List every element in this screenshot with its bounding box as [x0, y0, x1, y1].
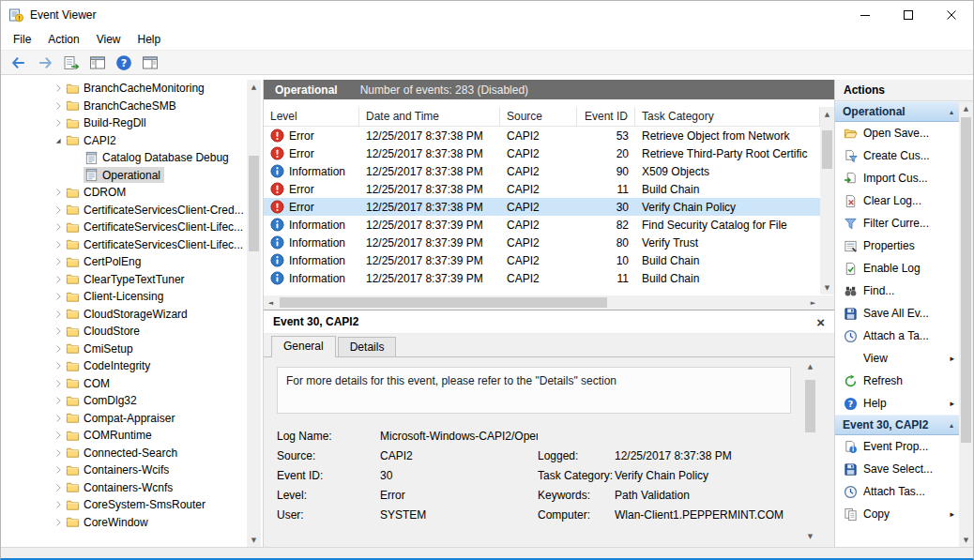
chevron-right-icon[interactable]	[52, 325, 65, 338]
action-view[interactable]: View▸	[835, 347, 959, 370]
tab-general[interactable]: General	[271, 336, 336, 357]
tree-item-compat-appraiser[interactable]: Compat-Appraiser	[1, 410, 245, 428]
chevron-right-icon[interactable]	[52, 446, 65, 460]
action-find[interactable]: Find...	[835, 280, 959, 302]
close-button[interactable]	[930, 1, 973, 29]
action-save-all-ev[interactable]: Save All Ev...	[835, 302, 959, 325]
column-header-event-id[interactable]: Event ID	[577, 107, 635, 126]
tree-item-codeintegrity[interactable]: CodeIntegrity	[1, 357, 245, 375]
menu-file[interactable]: File	[5, 30, 39, 49]
tree-item-capi2[interactable]: CAPI2	[1, 132, 245, 150]
action-properties[interactable]: Properties	[835, 235, 959, 257]
scroll-thumb[interactable]	[280, 297, 607, 308]
scroll-down-icon[interactable]: ▼	[820, 280, 834, 295]
tree-item-corewindow[interactable]: CoreWindow	[1, 514, 245, 532]
chevron-right-icon[interactable]	[52, 220, 65, 234]
chevron-right-icon[interactable]	[52, 516, 65, 529]
toolbar-export-list-button[interactable]	[59, 52, 83, 73]
chevron-down-icon[interactable]	[52, 134, 65, 147]
event-row-30[interactable]: Error12/25/2017 8:37:38 PMCAPI230Verify …	[264, 198, 820, 216]
action-copy[interactable]: Copy▸	[835, 503, 959, 525]
tree-item-containers-wcifs[interactable]: Containers-Wcifs	[1, 462, 245, 479]
column-header-date-and-time[interactable]: Date and Time	[359, 107, 500, 126]
scroll-thumb[interactable]	[961, 117, 971, 443]
event-row-53[interactable]: Error12/25/2017 8:37:38 PMCAPI253Retriev…	[264, 127, 820, 144]
actions-section-event-30-capi2[interactable]: Event 30, CAPI2▴	[835, 415, 959, 435]
tree-item-catalog-database-debug[interactable]: Catalog Database Debug	[1, 149, 245, 167]
scroll-track[interactable]	[278, 295, 806, 310]
scroll-down-icon[interactable]: ▼	[803, 529, 817, 543]
tree-item-build-regdll[interactable]: Build-RegDll	[1, 114, 245, 132]
chevron-right-icon[interactable]	[52, 308, 65, 321]
scroll-track[interactable]	[803, 373, 817, 529]
toolbar-action-pane-button[interactable]	[138, 52, 161, 73]
action-clear-log[interactable]: Clear Log...	[835, 189, 959, 212]
tree-item-branchcachesmb[interactable]: BranchCacheSMB	[1, 98, 245, 115]
action-enable-log[interactable]: Enable Log	[835, 257, 959, 280]
tree-item-client-licensing[interactable]: Client-Licensing	[1, 288, 245, 306]
tree-item-cloudstoragewizard[interactable]: CloudStorageWizard	[1, 306, 245, 324]
scroll-down-icon[interactable]: ▼	[247, 533, 261, 547]
chevron-right-icon[interactable]	[52, 394, 65, 407]
event-row-90[interactable]: Information12/25/2017 8:37:38 PMCAPI290X…	[264, 162, 820, 180]
event-row-82[interactable]: Information12/25/2017 8:37:39 PMCAPI282F…	[264, 216, 820, 234]
tree-item-coresystem-smsrouter[interactable]: CoreSystem-SmsRouter	[1, 496, 245, 514]
chevron-right-icon[interactable]	[52, 82, 65, 95]
event-row-10[interactable]: Information12/25/2017 8:37:39 PMCAPI210B…	[264, 251, 820, 269]
event-row-80[interactable]: Information12/25/2017 8:37:39 PMCAPI280V…	[264, 234, 820, 251]
toolbar-back-button[interactable]	[7, 52, 30, 73]
tree-item-comruntime[interactable]: COMRuntime	[1, 427, 245, 445]
action-attach-tas[interactable]: Attach Tas...	[835, 480, 959, 503]
scroll-up-icon[interactable]: ▲	[247, 80, 261, 94]
tree-item-cleartypetexttuner[interactable]: ClearTypeTextTuner	[1, 271, 245, 289]
maximize-button[interactable]	[887, 1, 930, 29]
chevron-right-icon[interactable]	[52, 359, 65, 372]
column-header-task-category[interactable]: Task Category	[635, 107, 820, 126]
chevron-right-icon[interactable]	[52, 238, 65, 251]
chevron-right-icon[interactable]	[52, 429, 65, 442]
action-attach-a-ta[interactable]: Attach a Ta...	[835, 325, 959, 347]
event-list-hscrollbar[interactable]: ◄ ►	[264, 295, 820, 310]
tree-item-cmisetup[interactable]: CmiSetup	[1, 341, 245, 358]
tree-item-cloudstore[interactable]: CloudStore	[1, 323, 245, 341]
scroll-track[interactable]	[247, 94, 261, 533]
tab-details[interactable]: Details	[338, 337, 397, 356]
action-filter-curre[interactable]: Filter Curre...	[835, 212, 959, 235]
action-save-select[interactable]: Save Select...	[835, 458, 959, 480]
preview-close-icon[interactable]: ×	[816, 315, 825, 329]
minimize-button[interactable]	[844, 1, 887, 29]
chevron-right-icon[interactable]	[52, 186, 65, 199]
scroll-up-icon[interactable]: ▲	[803, 359, 817, 373]
chevron-right-icon[interactable]	[52, 377, 65, 390]
collapse-icon[interactable]: ▴	[950, 108, 953, 116]
event-row-11[interactable]: Information12/25/2017 8:37:39 PMCAPI211B…	[264, 269, 820, 287]
event-row-11[interactable]: Error12/25/2017 8:37:38 PMCAPI211Build C…	[264, 180, 820, 198]
action-open-save[interactable]: Open Save...	[835, 122, 959, 144]
tree-item-certificateservicesclient-lifec[interactable]: CertificateServicesClient-Lifec...	[1, 219, 245, 236]
tree-item-branchcachemonitoring[interactable]: BranchCacheMonitoring	[1, 80, 245, 98]
scroll-thumb[interactable]	[249, 156, 259, 252]
event-row-20[interactable]: Error12/25/2017 8:37:38 PMCAPI220Retriev…	[264, 144, 820, 162]
scroll-thumb[interactable]	[805, 380, 815, 432]
tree-scrollbar[interactable]: ▲ ▼	[247, 80, 261, 547]
chevron-right-icon[interactable]	[52, 342, 65, 356]
scroll-thumb[interactable]	[822, 130, 832, 169]
tree-item-certificateservicesclient-lifec[interactable]: CertificateServicesClient-Lifec...	[1, 236, 245, 254]
scroll-left-icon[interactable]: ◄	[264, 295, 278, 310]
scroll-up-icon[interactable]: ▲	[959, 101, 973, 115]
collapse-icon[interactable]: ▴	[950, 421, 953, 430]
scroll-right-icon[interactable]: ►	[806, 295, 820, 310]
toolbar-console-tree-button[interactable]	[85, 52, 109, 73]
action-import-cus[interactable]: Import Cus...	[835, 167, 959, 189]
action-refresh[interactable]: Refresh	[835, 370, 959, 392]
column-header-source[interactable]: Source	[500, 107, 577, 126]
chevron-right-icon[interactable]	[52, 290, 65, 303]
tree-item-certpoleng[interactable]: CertPolEng	[1, 253, 245, 271]
actions-section-operational[interactable]: Operational▴	[835, 101, 959, 122]
chevron-right-icon[interactable]	[52, 99, 65, 113]
chevron-right-icon[interactable]	[52, 204, 65, 217]
column-header-level[interactable]: Level	[264, 107, 359, 126]
chevron-right-icon[interactable]	[52, 498, 65, 511]
chevron-right-icon[interactable]	[52, 412, 65, 425]
chevron-right-icon[interactable]	[52, 481, 65, 494]
